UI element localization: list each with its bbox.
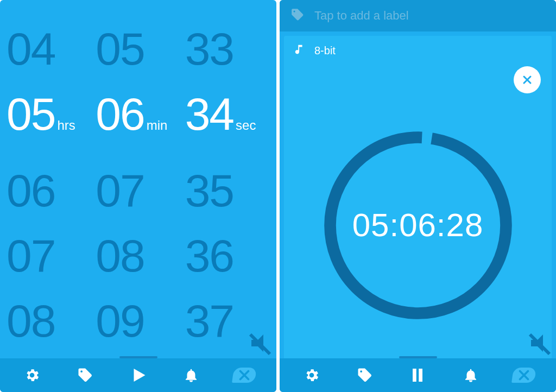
bell-button[interactable] bbox=[178, 362, 204, 388]
seconds-selected[interactable]: 34sec bbox=[185, 81, 256, 158]
seconds-option[interactable]: 33 bbox=[185, 16, 233, 81]
time-picker[interactable]: 03 04 05hrs 06 07 08 04 05 06min 07 bbox=[0, 0, 276, 392]
hours-option[interactable]: 04 bbox=[7, 16, 55, 81]
bell-button[interactable] bbox=[458, 362, 484, 388]
settings-button[interactable] bbox=[19, 362, 45, 388]
clear-button[interactable] bbox=[231, 362, 257, 388]
minutes-option[interactable]: 05 bbox=[96, 16, 144, 81]
mute-icon[interactable] bbox=[246, 330, 272, 356]
toolbar bbox=[0, 358, 276, 392]
minutes-option[interactable]: 08 bbox=[96, 223, 144, 288]
remaining-time: 05:06:28 bbox=[320, 128, 516, 323]
clear-button[interactable] bbox=[511, 362, 537, 388]
mute-icon[interactable] bbox=[526, 330, 552, 356]
clear-pill-icon bbox=[511, 368, 536, 383]
hours-option[interactable]: 07 bbox=[7, 223, 55, 288]
play-button[interactable] bbox=[125, 362, 151, 388]
tag-button[interactable] bbox=[72, 362, 98, 388]
seconds-option[interactable]: 36 bbox=[185, 223, 233, 288]
hours-column[interactable]: 03 04 05hrs 06 07 08 bbox=[3, 0, 92, 392]
svg-rect-5 bbox=[419, 369, 423, 382]
timer-card: 8-bit 05:06:28 bbox=[284, 36, 552, 388]
seconds-option[interactable]: 37 bbox=[185, 288, 233, 353]
screen-timer-running: Tap to add a label 8-bit 0 bbox=[280, 0, 556, 392]
tag-button[interactable] bbox=[352, 362, 378, 388]
svg-rect-4 bbox=[413, 369, 416, 382]
hours-option[interactable]: 06 bbox=[7, 158, 55, 223]
label-placeholder: Tap to add a label bbox=[314, 9, 409, 23]
hours-option[interactable]: 08 bbox=[7, 288, 55, 353]
minutes-option[interactable]: 07 bbox=[96, 158, 144, 223]
music-note-icon bbox=[294, 43, 306, 58]
minutes-option[interactable]: 09 bbox=[96, 288, 144, 353]
label-bar[interactable]: Tap to add a label bbox=[280, 0, 556, 31]
minutes-selected[interactable]: 06min bbox=[96, 81, 167, 158]
screen-timer-picker: 03 04 05hrs 06 07 08 04 05 06min 07 bbox=[0, 0, 276, 392]
seconds-option[interactable]: 35 bbox=[185, 158, 233, 223]
seconds-option[interactable]: 32 bbox=[185, 0, 233, 16]
sound-name: 8-bit bbox=[314, 45, 336, 57]
minutes-option[interactable]: 04 bbox=[96, 0, 144, 16]
hours-selected[interactable]: 05hrs bbox=[7, 81, 75, 158]
settings-button[interactable] bbox=[299, 362, 325, 388]
minutes-column[interactable]: 04 05 06min 07 08 09 bbox=[92, 0, 181, 392]
pause-button[interactable] bbox=[405, 362, 431, 388]
progress-ring: 05:06:28 bbox=[284, 62, 552, 388]
hours-option[interactable]: 03 bbox=[7, 0, 55, 16]
sound-row[interactable]: 8-bit bbox=[284, 36, 552, 62]
toolbar bbox=[280, 358, 556, 392]
tag-icon bbox=[290, 8, 305, 24]
clear-pill-icon bbox=[232, 368, 257, 383]
